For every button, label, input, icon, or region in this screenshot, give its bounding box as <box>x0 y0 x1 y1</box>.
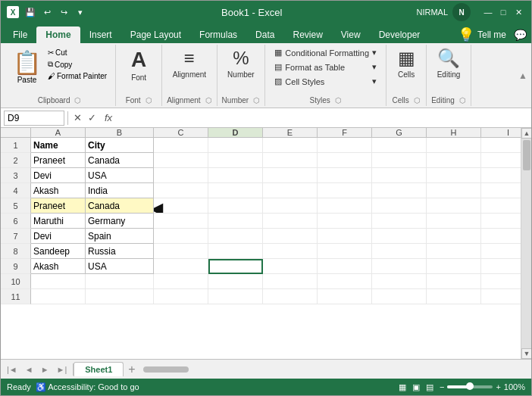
cell-F9[interactable] <box>318 259 372 274</box>
cell-B8[interactable]: Russia <box>86 244 154 259</box>
cell-G2[interactable] <box>372 153 427 168</box>
cell-E3[interactable] <box>263 168 318 183</box>
cell-C8[interactable] <box>154 244 208 259</box>
cell-H11[interactable] <box>427 289 481 304</box>
cell-A8[interactable]: Sandeep <box>31 244 86 259</box>
sheet-nav-first[interactable]: |◄ <box>4 363 20 376</box>
col-header-G[interactable]: G <box>372 128 427 137</box>
cell-E5[interactable] <box>263 198 318 214</box>
tab-view[interactable]: View <box>332 27 370 43</box>
cell-styles-button[interactable]: ▨ Cell Styles ▾ <box>270 75 381 88</box>
cell-C11[interactable] <box>154 289 208 304</box>
cell-A6[interactable]: Maruthi <box>31 214 86 229</box>
cell-G1[interactable] <box>372 138 427 153</box>
name-box[interactable]: D9 <box>4 111 64 126</box>
tab-insert[interactable]: Insert <box>80 27 121 43</box>
layout-preview-icon[interactable]: ▤ <box>426 382 433 392</box>
zoom-in-button[interactable]: + <box>496 382 500 391</box>
user-avatar[interactable]: N <box>452 3 471 21</box>
tell-me-label[interactable]: Tell me <box>477 30 506 40</box>
cell-A4[interactable]: Akash <box>31 183 86 198</box>
sheet-nav-prev[interactable]: ◄ <box>22 363 36 376</box>
cell-G7[interactable] <box>372 229 427 244</box>
cell-A5[interactable]: Praneet <box>31 198 86 214</box>
cell-D6[interactable] <box>208 214 263 229</box>
cell-F5[interactable] <box>318 198 372 214</box>
cell-F10[interactable] <box>318 274 372 289</box>
cell-I9[interactable] <box>481 259 521 274</box>
cell-H10[interactable] <box>427 274 481 289</box>
cell-B2[interactable]: Canada <box>86 153 154 168</box>
cancel-formula-button[interactable]: ✕ <box>71 112 84 123</box>
zoom-slider[interactable] <box>447 385 493 388</box>
row-header-10[interactable]: 10 <box>1 274 31 289</box>
alignment-collapse-icon[interactable]: ⬡ <box>205 96 212 104</box>
tab-file[interactable]: File <box>4 27 36 43</box>
copy-button[interactable]: ⧉ Copy <box>45 59 109 70</box>
conditional-formatting-button[interactable]: ▦ Conditional Formatting ▾ <box>270 46 381 59</box>
cell-H3[interactable] <box>427 168 481 183</box>
row-header-6[interactable]: 6 <box>1 214 31 229</box>
qs-dropdown[interactable]: ▾ <box>74 5 87 19</box>
cell-H9[interactable] <box>427 259 481 274</box>
format-as-table-button[interactable]: ▤ Format as Table ▾ <box>270 61 381 73</box>
cell-D10[interactable] <box>208 274 263 289</box>
col-header-A[interactable]: A <box>31 128 86 137</box>
minimize-button[interactable]: — <box>481 5 495 19</box>
cell-C6[interactable] <box>154 214 208 229</box>
cell-E1[interactable] <box>263 138 318 153</box>
cell-F4[interactable] <box>318 183 372 198</box>
number-button[interactable]: % Number <box>223 46 259 80</box>
cell-G11[interactable] <box>372 289 427 304</box>
cell-D3[interactable] <box>208 168 263 183</box>
col-header-H[interactable]: H <box>427 128 481 137</box>
layout-page-icon[interactable]: ▣ <box>412 382 420 392</box>
cell-C1[interactable] <box>154 138 208 153</box>
row-header-4[interactable]: 4 <box>1 183 31 198</box>
col-header-F[interactable]: F <box>318 128 372 137</box>
comments-icon[interactable]: 💬 <box>514 29 527 41</box>
cell-F3[interactable] <box>318 168 372 183</box>
cell-E7[interactable] <box>263 229 318 244</box>
cell-G9[interactable] <box>372 259 427 274</box>
formula-input[interactable] <box>118 113 528 123</box>
cell-B11[interactable] <box>86 289 154 304</box>
cell-E11[interactable] <box>263 289 318 304</box>
paste-button[interactable]: 📋 Paste <box>10 48 44 86</box>
cell-I3[interactable] <box>481 168 521 183</box>
cell-B7[interactable]: Spain <box>86 229 154 244</box>
cell-I11[interactable] <box>481 289 521 304</box>
cell-A10[interactable] <box>31 274 86 289</box>
styles-collapse-icon[interactable]: ⬡ <box>335 96 342 104</box>
cell-B1[interactable]: City <box>86 138 154 153</box>
row-header-7[interactable]: 7 <box>1 229 31 244</box>
cell-E2[interactable] <box>263 153 318 168</box>
cell-D7[interactable] <box>208 229 263 244</box>
cell-I2[interactable] <box>481 153 521 168</box>
cell-H6[interactable] <box>427 214 481 229</box>
row-header-9[interactable]: 9 <box>1 259 31 274</box>
row-header-11[interactable]: 11 <box>1 289 31 304</box>
col-header-D[interactable]: D <box>208 128 263 137</box>
cell-D1[interactable] <box>208 138 263 153</box>
cell-E4[interactable] <box>263 183 318 198</box>
cell-C10[interactable] <box>154 274 208 289</box>
cell-C5[interactable]: ◄ <box>154 198 208 214</box>
cell-H4[interactable] <box>427 183 481 198</box>
cell-H1[interactable] <box>427 138 481 153</box>
cell-D5[interactable] <box>208 198 263 214</box>
cell-F1[interactable] <box>318 138 372 153</box>
ribbon-collapse-button[interactable]: ▲ <box>518 45 528 106</box>
cell-A1[interactable]: Name <box>31 138 86 153</box>
save-button[interactable]: 💾 <box>23 5 37 19</box>
scroll-down-button[interactable]: ▼ <box>521 348 531 359</box>
row-header-2[interactable]: 2 <box>1 153 31 168</box>
col-header-E[interactable]: E <box>263 128 318 137</box>
row-header-3[interactable]: 3 <box>1 168 31 183</box>
cell-B6[interactable]: Germany <box>86 214 154 229</box>
vertical-scrollbar[interactable]: ▲ ▼ <box>521 128 531 359</box>
clipboard-collapse-icon[interactable]: ⬡ <box>74 96 81 104</box>
cell-B5[interactable]: Canada <box>86 198 154 214</box>
confirm-formula-button[interactable]: ✓ <box>86 112 99 123</box>
cell-A3[interactable]: Devi <box>31 168 86 183</box>
